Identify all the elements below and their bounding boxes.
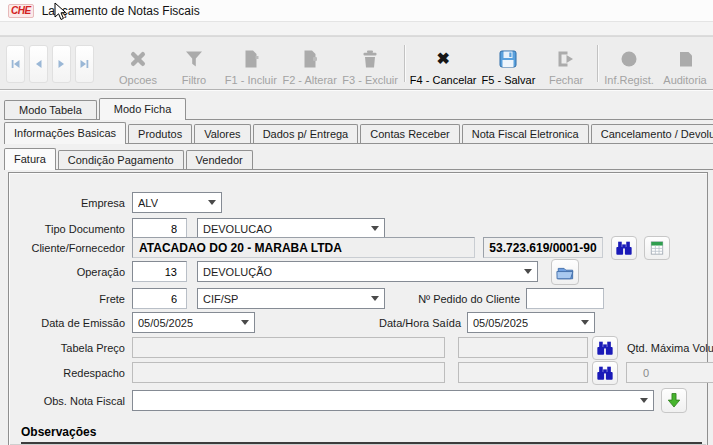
tab-modo-tabela-label: Modo Tabela (19, 104, 82, 116)
tab-nota-fiscal-eletronica-label: Nota Fiscal Eletronica (472, 128, 579, 140)
filter-funnel-icon (183, 46, 205, 72)
save-floppy-icon (497, 46, 519, 72)
redespacho-desc-field (458, 362, 588, 383)
cliente-cnpj-value: 53.723.619/0001-90 (489, 241, 596, 255)
tab-valores[interactable]: Valores (194, 124, 250, 143)
tab-dados-entrega[interactable]: Dados p/ Entrega (253, 124, 359, 143)
binoculars-icon (595, 339, 615, 357)
tab-cancelamento-devolucao-label: Cancelamento / Devolucao (601, 128, 713, 140)
data-emissao-value: 05/05/2025 (138, 317, 193, 329)
window-titlebar: CHE Lançamento de Notas Fiscais (0, 0, 713, 22)
record-nav-group (6, 40, 94, 87)
tab-informacoes-basicas-label: Informações Basicas (14, 127, 116, 139)
tab-cancelamento-devolucao[interactable]: Cancelamento / Devolucao (591, 124, 713, 143)
f4-cancelar-button[interactable]: ✖ F4 - Cancelar (408, 40, 479, 87)
data-emissao-combo[interactable]: 05/05/2025 (132, 312, 255, 333)
data-emissao-label: Data de Emissão (15, 317, 132, 329)
options-label: Opcoes (119, 74, 157, 86)
folder-icon (555, 263, 575, 281)
mouse-cursor-icon (54, 2, 67, 21)
operacao-abrir-button[interactable] (551, 259, 579, 285)
chevron-down-icon (581, 320, 589, 325)
tab-informacoes-basicas[interactable]: Informações Basicas (4, 122, 126, 144)
tipo-documento-row: Tipo Documento DEVOLUCAO (15, 218, 385, 239)
frete-label: Frete (15, 293, 132, 305)
tab-fatura[interactable]: Fatura (4, 148, 56, 170)
f3-excluir-label: F3 - Excluir (342, 74, 398, 86)
toolbar-separator (597, 45, 598, 82)
filter-button: Filtro (166, 40, 222, 87)
tabela-preco-label: Tabela Preço (15, 342, 132, 354)
cliente-fornecedor-label: Cliente/Fornecedor (15, 242, 132, 254)
tab-produtos[interactable]: Produtos (128, 124, 192, 143)
inf-regist-label: Inf.Regist. (604, 74, 654, 86)
trash-icon (359, 46, 381, 72)
data-saida-combo[interactable]: 05/05/2025 (467, 312, 595, 333)
redespacho-field (132, 362, 445, 383)
frete-value: CIF/SP (203, 293, 238, 305)
document-edit-icon (299, 46, 321, 72)
auditoria-label: Auditoria (663, 74, 706, 86)
frete-row: Frete CIF/SP Nº Pedido do Cliente (15, 288, 604, 309)
frete-combo[interactable]: CIF/SP (197, 288, 385, 309)
last-record-button[interactable] (75, 45, 94, 83)
pedido-cliente-input[interactable] (526, 288, 604, 309)
binoculars-icon (595, 364, 615, 382)
exit-icon (555, 46, 577, 72)
binoculars-icon (614, 239, 634, 257)
obs-nota-fiscal-combo[interactable] (132, 390, 654, 411)
cliente-detalhes-button[interactable] (644, 236, 670, 260)
tab-modo-ficha[interactable]: Modo Ficha (99, 98, 186, 120)
tabela-preco-search-button[interactable] (592, 336, 618, 360)
main-toolbar: Opcoes Filtro F1 - Incluir F2 - Alterar … (0, 36, 713, 90)
tools-icon (127, 46, 149, 72)
record-info-icon (618, 46, 640, 72)
tab-contas-receber-label: Contas Receber (370, 128, 450, 140)
f1-incluir-label: F1 - Incluir (225, 74, 277, 86)
document-add-icon (240, 46, 262, 72)
filter-label: Filtro (182, 74, 206, 86)
sub-tab-strip: Fatura Condição Pagamento Vendedor (4, 146, 713, 170)
next-record-icon (56, 59, 67, 69)
operacao-combo[interactable]: DEVOLUÇÃO (197, 261, 538, 282)
empresa-combo[interactable]: ALV (132, 192, 222, 213)
redespacho-search-button[interactable] (592, 361, 618, 385)
obs-inserir-button[interactable] (661, 388, 687, 413)
tab-dados-entrega-label: Dados p/ Entrega (263, 128, 349, 140)
data-saida-label: Data/Hora Saída (255, 317, 467, 329)
chevron-down-icon (241, 320, 249, 325)
f4-cancelar-label: F4 - Cancelar (410, 74, 477, 86)
cliente-cnpj-field: 53.723.619/0001-90 (483, 237, 603, 258)
redespacho-label: Redespacho (15, 367, 132, 379)
f5-salvar-label: F5 - Salvar (482, 74, 536, 86)
tipo-documento-label: Tipo Documento (15, 223, 132, 235)
next-record-button[interactable] (52, 45, 71, 83)
tab-vendedor[interactable]: Vendedor (186, 150, 253, 169)
previous-record-icon (33, 59, 44, 69)
tipo-documento-code-input[interactable] (132, 218, 187, 239)
tab-contas-receber[interactable]: Contas Receber (360, 124, 460, 143)
operacao-code-input[interactable] (132, 261, 187, 282)
tipo-documento-combo[interactable]: DEVOLUCAO (197, 218, 385, 239)
f1-incluir-button: F1 - Incluir (222, 40, 280, 87)
f2-alterar-label: F2 - Alterar (282, 74, 336, 86)
tab-valores-label: Valores (204, 128, 240, 140)
frete-code-input[interactable] (132, 288, 187, 309)
main-tab-strip: Informações Basicas Produtos Valores Dad… (4, 121, 713, 144)
tabela-preco-field (132, 337, 445, 358)
cliente-search-button[interactable] (611, 236, 637, 260)
observacoes-label: Observações (21, 425, 96, 439)
obs-nota-fiscal-label: Obs. Nota Fiscal (15, 395, 132, 407)
chevron-down-icon (371, 226, 379, 231)
first-record-button[interactable] (6, 45, 25, 83)
menu-strip (0, 22, 713, 36)
obs-nota-fiscal-row: Obs. Nota Fiscal (15, 390, 687, 411)
cancel-x-icon: ✖ (436, 46, 449, 72)
chevron-down-icon (208, 200, 216, 205)
fechar-button: Fechar (538, 40, 594, 87)
tab-condicao-pagamento[interactable]: Condição Pagamento (58, 150, 184, 169)
previous-record-button[interactable] (29, 45, 48, 83)
tab-modo-tabela[interactable]: Modo Tabela (4, 100, 97, 119)
tab-nota-fiscal-eletronica[interactable]: Nota Fiscal Eletronica (462, 124, 589, 143)
f5-salvar-button[interactable]: F5 - Salvar (479, 40, 538, 87)
